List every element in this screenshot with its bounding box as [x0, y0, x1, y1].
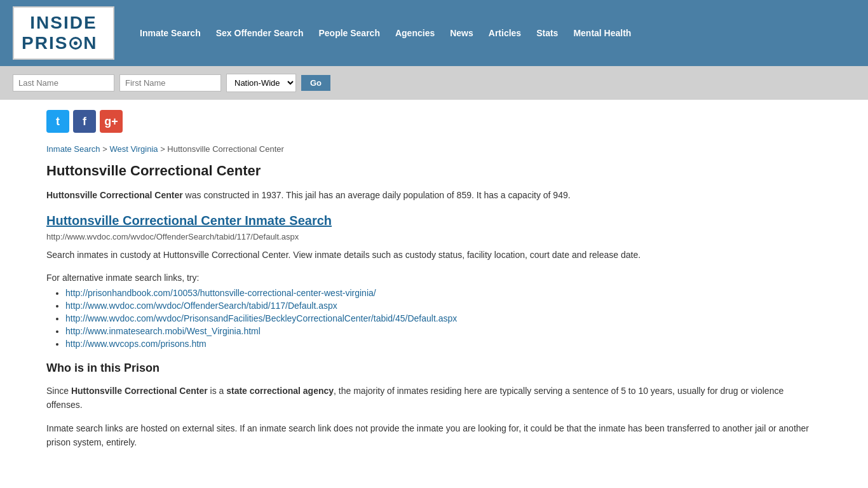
list-item: http://www.inmatesearch.mobi/West_Virgin…	[65, 326, 822, 336]
alt-links-list: http://prisonhandbook.com/10053/huttonsv…	[46, 288, 822, 349]
alt-link-1[interactable]: http://prisonhandbook.com/10053/huttonsv…	[65, 288, 376, 298]
list-item: http://www.wvcops.com/prisons.htm	[65, 339, 822, 349]
nav-inmate-search[interactable]: Inmate Search	[133, 25, 207, 41]
logo-circle-icon	[69, 37, 82, 50]
breadcrumb-inmate-search[interactable]: Inmate Search	[46, 144, 100, 154]
main-nav: Inmate Search Sex Offender Search People…	[133, 25, 637, 41]
who-bold-1: Huttonsville Correctional Center	[71, 386, 208, 396]
main-content: t f g+ Inmate Search > West Virginia > H…	[34, 100, 834, 468]
facebook-icon[interactable]: f	[73, 110, 96, 133]
social-icons-container: t f g+	[46, 110, 822, 133]
nation-wide-select[interactable]: Nation-Wide	[226, 74, 296, 92]
nav-news[interactable]: News	[444, 25, 480, 41]
list-item: http://www.wvdoc.com/wvdoc/PrisonsandFac…	[65, 313, 822, 323]
inmate-search-description: Search inmates in custody at Huttonsvill…	[46, 248, 822, 262]
nav-stats[interactable]: Stats	[530, 25, 564, 41]
site-header: INSIDE PRISN Inmate Search Sex Offender …	[0, 0, 868, 66]
go-button[interactable]: Go	[301, 75, 330, 91]
who-bold-2: state correctional agency	[226, 386, 334, 396]
breadcrumb-separator-2: >	[160, 144, 167, 154]
who-text1-before: Since	[46, 386, 71, 396]
who-text1-mid: is a	[208, 386, 227, 396]
twitter-icon[interactable]: t	[46, 110, 69, 133]
google-plus-icon[interactable]: g+	[100, 110, 123, 133]
who-paragraph-1: Since Huttonsville Correctional Center i…	[46, 384, 822, 412]
alt-link-2[interactable]: http://www.wvdoc.com/wvdoc/OffenderSearc…	[65, 301, 337, 311]
breadcrumb-west-virginia[interactable]: West Virginia	[109, 144, 158, 154]
twitter-label: t	[56, 115, 60, 128]
alt-link-3[interactable]: http://www.wvdoc.com/wvdoc/PrisonsandFac…	[65, 313, 457, 323]
first-name-input[interactable]	[119, 74, 221, 92]
intro-bold: Huttonsville Correctional Center	[46, 190, 183, 200]
list-item: http://www.wvdoc.com/wvdoc/OffenderSearc…	[65, 301, 822, 311]
page-title: Huttonsville Correctional Center	[46, 163, 822, 179]
alt-links-intro: For alternative inmate search links, try…	[46, 273, 822, 283]
who-section-title: Who is in this Prison	[46, 362, 822, 375]
nav-mental-health[interactable]: Mental Health	[567, 25, 637, 41]
logo-inside-text: INSIDE	[22, 13, 105, 33]
breadcrumb: Inmate Search > West Virginia > Huttonsv…	[46, 144, 822, 154]
inmate-search-link[interactable]: Huttonsville Correctional Center Inmate …	[46, 214, 822, 228]
search-bar: Nation-Wide Go	[0, 66, 868, 100]
nav-sex-offender-search[interactable]: Sex Offender Search	[210, 25, 310, 41]
who-paragraph-2: Inmate search links are hosted on extern…	[46, 421, 822, 450]
inmate-search-url: http://www.wvdoc.com/wvdoc/OffenderSearc…	[46, 232, 822, 241]
alt-link-4[interactable]: http://www.inmatesearch.mobi/West_Virgin…	[65, 326, 261, 336]
alt-link-5[interactable]: http://www.wvcops.com/prisons.htm	[65, 339, 207, 349]
last-name-input[interactable]	[13, 74, 114, 92]
nav-articles[interactable]: Articles	[482, 25, 527, 41]
nav-people-search[interactable]: People Search	[312, 25, 386, 41]
nav-agencies[interactable]: Agencies	[389, 25, 441, 41]
facebook-label: f	[83, 115, 86, 128]
google-label: g+	[104, 115, 118, 128]
intro-rest: was constructed in 1937. This jail has a…	[183, 190, 571, 200]
breadcrumb-separator-1: >	[102, 144, 109, 154]
list-item: http://prisonhandbook.com/10053/huttonsv…	[65, 288, 822, 298]
intro-paragraph: Huttonsville Correctional Center was con…	[46, 188, 822, 202]
breadcrumb-current: Huttonsville Correctional Center	[167, 144, 284, 154]
logo-prison-text: PRISN	[22, 33, 105, 53]
site-logo[interactable]: INSIDE PRISN	[13, 6, 114, 60]
